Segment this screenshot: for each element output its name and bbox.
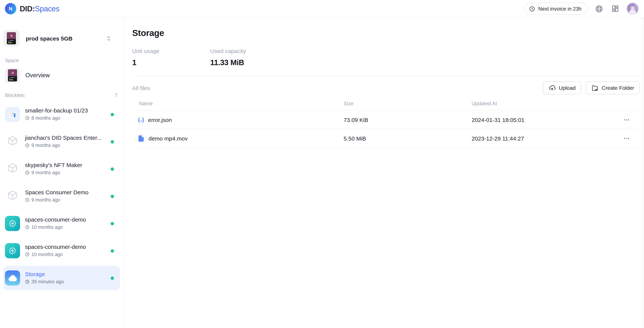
stat-value: 1 bbox=[132, 58, 210, 67]
blocklet-updated: 10 months ago bbox=[25, 224, 86, 230]
sidebar-item-jianchao-did-spaces[interactable]: jianchao's DID Spaces Enter... 9 months … bbox=[4, 130, 120, 154]
space-thumbnail bbox=[3, 30, 20, 46]
brand-logo[interactable]: DID:Spaces bbox=[5, 3, 60, 14]
file-size: 5.50 MiB bbox=[344, 135, 472, 142]
blocklet-updated: 39 minutes ago bbox=[25, 279, 64, 284]
blocklet-name: spaces-consumer-demo bbox=[25, 216, 86, 223]
top-bar-actions: Next invoice in 23h bbox=[524, 3, 639, 15]
space-selector-name: prod spaces 5GB bbox=[26, 35, 100, 42]
locale-globe-icon[interactable] bbox=[594, 4, 604, 14]
storage-stats: Unit usage 1 Used capacity 11.33 MiB bbox=[132, 48, 640, 67]
page-title: Storage bbox=[132, 28, 640, 38]
stat-label: Used capacity bbox=[210, 48, 288, 54]
blocklet-updated: 8 months ago bbox=[25, 116, 88, 121]
brand-title: DID:Spaces bbox=[20, 4, 60, 13]
blocklet-updated: 9 months ago bbox=[25, 197, 88, 203]
sidebar-item-overview[interactable]: Overview bbox=[4, 67, 120, 84]
status-dot bbox=[110, 140, 114, 143]
history-icon bbox=[25, 198, 30, 202]
create-folder-label: Create Folder bbox=[602, 85, 634, 91]
stat-value: 11.33 MiB bbox=[210, 58, 288, 67]
row-menu-button[interactable] bbox=[613, 119, 640, 120]
section-divider bbox=[132, 76, 640, 76]
space-selector[interactable]: prod spaces 5GB bbox=[2, 29, 119, 47]
status-dot bbox=[110, 113, 114, 116]
history-icon bbox=[25, 280, 30, 284]
news-blocklet-icon bbox=[5, 107, 20, 122]
blocklet-name: jianchao's DID Spaces Enter... bbox=[25, 134, 102, 141]
sidebar: prod spaces 5GB Space Overview Blocklets… bbox=[0, 18, 124, 328]
top-bar: DID:Spaces Next invoice in 23h bbox=[0, 0, 644, 18]
section-label-blocklets: Blocklets 7 bbox=[0, 92, 124, 98]
did-spaces-app: DID:Spaces Next invoice in 23h bbox=[0, 0, 644, 328]
blocklet-list: smaller-for-backup 01/23 8 months ago ji… bbox=[0, 102, 124, 290]
file-row[interactable]: demo mp4.mov 5.50 MiB 2023-12-29 11:44:2… bbox=[132, 129, 640, 148]
blocklet-updated: 10 months ago bbox=[25, 252, 86, 257]
stat-used-capacity: Used capacity 11.33 MiB bbox=[210, 48, 288, 67]
folder-plus-icon bbox=[592, 84, 599, 92]
user-avatar[interactable] bbox=[626, 3, 639, 15]
status-dot bbox=[110, 222, 114, 225]
sidebar-item-spaces-consumer-demo-2[interactable]: spaces-consumer-demo 10 months ago bbox=[4, 238, 120, 263]
sidebar-item-spaces-consumer-demo-app[interactable]: Spaces Consumer Demo 9 months ago bbox=[4, 184, 120, 208]
file-actions: Upload Create Folder bbox=[543, 82, 640, 94]
column-header-size: Size bbox=[344, 100, 472, 106]
section-label-space: Space bbox=[0, 58, 124, 63]
file-updated-at: 2023-12-29 11:44:27 bbox=[472, 135, 613, 142]
column-header-name: Name bbox=[132, 100, 344, 106]
sidebar-item-spaces-consumer-demo-1[interactable]: spaces-consumer-demo 10 months ago bbox=[4, 211, 120, 236]
row-menu-button[interactable] bbox=[613, 138, 640, 139]
scrollbar-track[interactable] bbox=[643, 18, 643, 328]
status-dot bbox=[110, 167, 114, 171]
stat-unit-usage: Unit usage 1 bbox=[132, 48, 210, 67]
history-icon bbox=[25, 170, 30, 175]
blocklet-name: Storage bbox=[25, 271, 45, 277]
history-icon bbox=[25, 225, 30, 230]
apps-grid-icon[interactable] bbox=[610, 4, 620, 14]
sidebar-item-storage[interactable]: Storage 39 minutes ago bbox=[4, 266, 120, 290]
file-row[interactable]: {..} error.json 73.09 KiB 2024-01-31 18:… bbox=[132, 110, 640, 129]
history-icon bbox=[25, 252, 30, 257]
sidebar-item-smaller-for-backup[interactable]: smaller-for-backup 01/23 8 months ago bbox=[4, 102, 120, 126]
upload-button[interactable]: Upload bbox=[543, 82, 581, 94]
cube-blocklet-icon bbox=[5, 134, 20, 149]
history-icon bbox=[25, 143, 30, 148]
blocklet-name: smaller-for-backup 01/23 bbox=[25, 107, 88, 114]
stat-label: Unit usage bbox=[132, 48, 210, 54]
files-table: Name Size Updated At {..} error.json 73.… bbox=[132, 96, 640, 148]
teal-app-blocklet-icon bbox=[5, 216, 20, 231]
status-dot bbox=[110, 249, 114, 252]
sidebar-item-nft-maker[interactable]: skypesky's NFT Maker 9 months ago bbox=[4, 157, 120, 181]
next-invoice-label: Next invoice in 23h bbox=[538, 6, 582, 12]
file-name[interactable]: error.json bbox=[148, 116, 172, 123]
create-folder-button[interactable]: Create Folder bbox=[586, 82, 640, 94]
column-header-updated-at: Updated At bbox=[472, 100, 613, 106]
clock-icon bbox=[529, 6, 535, 12]
all-files-label: All files bbox=[132, 85, 150, 91]
file-updated-at: 2024-01-31 18:05:01 bbox=[472, 116, 613, 123]
file-size: 73.09 KiB bbox=[344, 116, 472, 123]
document-file-icon bbox=[138, 135, 144, 142]
upload-label: Upload bbox=[559, 85, 576, 91]
json-file-icon: {..} bbox=[138, 117, 144, 122]
blocklet-name: Spaces Consumer Demo bbox=[25, 189, 88, 196]
status-dot bbox=[110, 276, 114, 280]
blocklet-updated: 9 months ago bbox=[25, 170, 82, 175]
blocklet-name: skypesky's NFT Maker bbox=[25, 162, 82, 168]
overview-thumbnail bbox=[5, 68, 20, 83]
next-invoice-button[interactable]: Next invoice in 23h bbox=[524, 3, 588, 15]
files-toolbar: All files Upload Create Folder bbox=[132, 80, 640, 96]
history-icon bbox=[25, 116, 30, 120]
file-name[interactable]: demo mp4.mov bbox=[148, 135, 188, 142]
teal-app-blocklet-icon bbox=[5, 243, 20, 258]
cube-blocklet-icon bbox=[5, 161, 20, 176]
cube-blocklet-icon bbox=[5, 188, 20, 204]
did-logo-icon bbox=[5, 3, 16, 14]
blocklet-updated: 9 months ago bbox=[25, 143, 102, 148]
upload-cloud-icon bbox=[548, 84, 556, 92]
chevron-updown-icon bbox=[106, 35, 111, 42]
status-dot bbox=[110, 194, 114, 198]
files-table-header: Name Size Updated At bbox=[132, 96, 640, 110]
overview-label: Overview bbox=[26, 72, 50, 79]
blocklet-name: spaces-consumer-demo bbox=[25, 244, 86, 250]
